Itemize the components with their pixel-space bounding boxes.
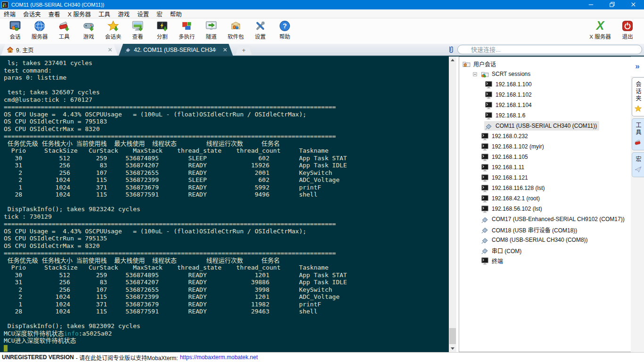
session-entry[interactable]: COM8 (USB-SERIAL CH340 (COM8)) <box>480 235 590 245</box>
session-tree-item[interactable]: COM8 (USB-SERIAL CH340 (COM8)) <box>459 235 631 245</box>
session-entry[interactable]: 192.168.56.102 (lst) <box>480 204 545 214</box>
session-tree-item[interactable]: SCRT sessions <box>459 69 631 79</box>
scroll-up-button[interactable] <box>449 57 456 64</box>
selected-session[interactable]: COM11 (USB-SERIAL CH340 (COM11)) <box>484 121 599 131</box>
tool-label: X 服务器 <box>589 33 611 40</box>
session-entry[interactable]: COM18 (USB 串行设备 (COM18)) <box>480 225 579 234</box>
session-tree-item[interactable]: 192.168.1.102 (myir) <box>459 141 631 152</box>
menu-item[interactable]: 查看 <box>45 9 64 18</box>
session-tree-item[interactable]: COM18 (USB 串行设备 (COM18)) <box>459 224 631 235</box>
sessions-star-button[interactable]: 会话夹 <box>101 19 125 43</box>
scroll-down-button[interactable] <box>449 345 456 352</box>
terminal-screen-icon <box>481 164 489 172</box>
servers-icon <box>33 20 46 32</box>
scrollbar-thumb[interactable] <box>449 328 456 344</box>
tools-button[interactable]: 工具 <box>52 19 76 43</box>
restore-button[interactable] <box>602 0 623 9</box>
terminal-screen-icon <box>481 174 489 182</box>
terminal-line: ========================================… <box>4 249 449 257</box>
close-button[interactable] <box>623 0 644 9</box>
session-tree-item[interactable]: 192.168.1.105 <box>459 152 631 162</box>
settings-button[interactable]: 设置 <box>248 19 272 43</box>
strip-tab-plane[interactable]: 宏 <box>632 152 644 177</box>
menu-item[interactable]: 宏 <box>153 9 166 18</box>
menu-item[interactable]: 帮助 <box>166 9 185 18</box>
session-tree-item[interactable]: COM11 (USB-SERIAL CH340 (COM11)) <box>459 121 631 131</box>
terminal-line: ls; takes 237401 cycles <box>4 59 449 67</box>
session-entry[interactable]: COM17 (USB-Enhanced-SERIAL CH9102 (COM17… <box>480 214 627 224</box>
menu-item[interactable]: 终端 <box>0 9 19 18</box>
menu-item[interactable]: 工具 <box>95 9 114 18</box>
session-entry[interactable]: SCRT sessions <box>480 69 533 79</box>
mobaxterm-logo-icon <box>1 1 8 8</box>
menu-item[interactable]: X 服务器 <box>64 9 95 18</box>
split-button[interactable]: 分割 <box>150 19 174 43</box>
xserver-button[interactable]: XX 服务器 <box>586 19 614 43</box>
session-tree-item[interactable]: 192.168.1.100 <box>459 79 631 90</box>
session-entry[interactable]: 192.168.1.11 <box>480 163 527 172</box>
strip-tab-star[interactable]: 会话夹 <box>632 77 644 116</box>
session-tree-item[interactable]: 192.168.1.121 <box>459 173 631 183</box>
session-entry[interactable]: 192.168.42.1 (root) <box>480 194 542 203</box>
session-label: 192.168.56.102 (lst) <box>492 206 542 212</box>
tool-label: 查看 <box>132 33 143 40</box>
tool-label: 隧道 <box>206 33 217 40</box>
servers-button[interactable]: 服务器 <box>27 19 52 43</box>
session-button[interactable]: 会话 <box>3 19 27 43</box>
tunnel-button[interactable]: 隧道 <box>199 19 223 43</box>
session-tree-item[interactable]: 192.168.1.104 <box>459 100 631 110</box>
packages-button[interactable]: 软件包 <box>223 19 248 43</box>
tab-com11-active[interactable]: 42. COM11 (USB-SERIAL CH340 ( <box>119 44 233 56</box>
tab-home[interactable]: 9. 主页 <box>1 44 118 56</box>
terminal-scrollbar[interactable] <box>449 57 456 352</box>
terminal-screen-icon <box>481 195 489 203</box>
session-tree-item[interactable]: 192.168.0.232 <box>459 131 631 141</box>
session-entry[interactable]: 192.168.1.104 <box>484 100 534 110</box>
menu-item[interactable]: 会话夹 <box>19 9 45 18</box>
menu-item[interactable]: 游戏 <box>114 9 133 18</box>
session-tree-item[interactable]: 192.168.42.1 (root) <box>459 193 631 204</box>
session-entry[interactable]: 192.168.1.121 <box>480 173 530 182</box>
terminal-line: test; takes 326507 cycles <box>4 89 449 96</box>
quick-connect-input[interactable] <box>457 45 642 54</box>
session-entry[interactable]: 192.168.0.232 <box>480 132 530 141</box>
minimize-button[interactable] <box>580 0 602 9</box>
menu-item[interactable]: 设置 <box>133 9 153 18</box>
close-tab-icon[interactable] <box>107 47 113 53</box>
session-tree-item[interactable]: 终端 <box>459 255 631 266</box>
session-tree-item[interactable]: 192.168.1.6 <box>459 110 631 121</box>
session-tree-item[interactable]: COM17 (USB-Enhanced-SERIAL CH9102 (COM17… <box>459 214 631 224</box>
games-button[interactable]: 游戏 <box>76 19 101 43</box>
strip-tab-knife[interactable]: 工具 <box>632 118 644 150</box>
session-entry[interactable]: 192.168.116.128 (lst) <box>480 183 547 193</box>
view-button[interactable]: 查看 <box>125 19 150 43</box>
session-entry[interactable]: 串口 (COM) <box>480 246 524 255</box>
session-tree-item[interactable]: 串口 (COM) <box>459 245 631 255</box>
collapse-expander-icon[interactable] <box>472 71 478 77</box>
session-entry[interactable]: 192.168.1.102 <box>484 90 534 99</box>
terminal[interactable]: ls; takes 237401 cyclestest command:para… <box>0 57 449 352</box>
session-entry[interactable]: 192.168.1.105 <box>480 152 530 162</box>
plane-icon <box>634 165 642 173</box>
session-entry[interactable]: 终端 <box>480 256 505 265</box>
exit-button[interactable]: 退出 <box>614 19 641 43</box>
session-tree-item[interactable]: 用户会话 <box>459 58 631 69</box>
tool-label: 软件包 <box>228 33 244 40</box>
terminal-screen-icon <box>485 112 493 120</box>
multiexec-button[interactable]: 多执行 <box>174 19 199 43</box>
session-tree-item[interactable]: 192.168.1.11 <box>459 162 631 173</box>
session-tree-item[interactable]: 192.168.1.102 <box>459 90 631 100</box>
expand-panel-button[interactable]: » <box>631 57 644 76</box>
session-entry[interactable]: 用户会话 <box>462 59 498 68</box>
help-button[interactable]: ?帮助 <box>272 19 297 43</box>
session-entry[interactable]: 192.168.1.6 <box>484 111 528 120</box>
session-tree-item[interactable]: 192.168.56.102 (lst) <box>459 204 631 214</box>
close-icon <box>630 1 637 9</box>
tab-label: 42. COM11 (USB-SERIAL CH340 ( <box>134 47 216 53</box>
close-tab-icon[interactable] <box>223 47 228 53</box>
session-entry[interactable]: 192.168.1.102 (myir) <box>480 142 546 151</box>
mobaxterm-link[interactable]: https://mobaxterm.mobatek.net <box>180 354 257 361</box>
session-tree-item[interactable]: 192.168.116.128 (lst) <box>459 183 631 193</box>
session-entry[interactable]: 192.168.1.100 <box>484 80 534 89</box>
new-tab-button[interactable]: + <box>236 45 252 55</box>
